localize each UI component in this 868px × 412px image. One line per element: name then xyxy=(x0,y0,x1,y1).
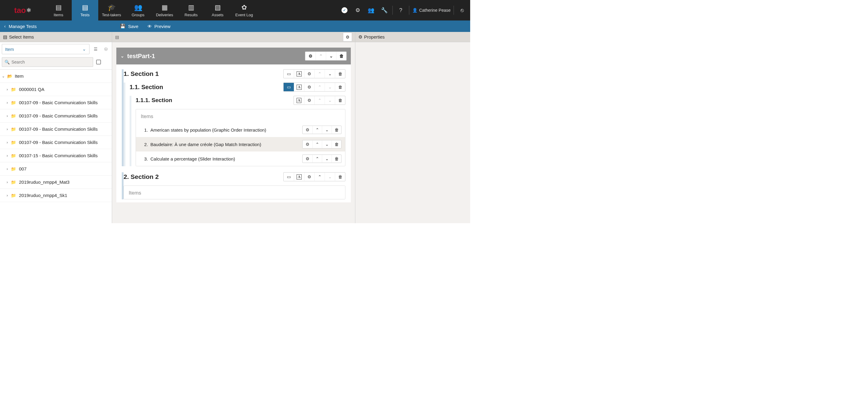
item-number: 3. xyxy=(142,156,148,162)
nav-event-log[interactable]: ✿Event Log xyxy=(231,0,257,21)
preview-button[interactable]: 👁Preview xyxy=(147,24,170,29)
nav-tests[interactable]: ▤Tests xyxy=(72,0,98,21)
tree-folder[interactable]: ›📁00107-09 - Basic Communication Skills xyxy=(0,136,112,149)
settings-icon[interactable]: ⚙ xyxy=(352,5,363,15)
sync-status-icon[interactable]: ✓ xyxy=(339,5,350,15)
item-move-down-button[interactable]: ⌄ xyxy=(322,155,332,163)
item-move-down-button[interactable]: ⌄ xyxy=(322,126,332,134)
folder-icon: 📁 xyxy=(11,193,16,198)
move-up-button[interactable]: ⌃ xyxy=(314,173,324,181)
part-move-up-button[interactable]: ⌃ xyxy=(315,52,326,60)
chevron-down-icon: ⌄ xyxy=(82,46,86,52)
back-chevron-icon: ‹ xyxy=(4,24,6,29)
save-button[interactable]: 💾Save xyxy=(120,24,138,29)
users-icon[interactable]: 👥 xyxy=(366,5,376,15)
tests-icon: ▤ xyxy=(82,4,88,11)
user-menu[interactable]: 👤Catherine Pease xyxy=(412,8,451,13)
section-1-1-title[interactable]: 1.1. Section xyxy=(130,84,280,91)
item-delete-button[interactable]: 🗑 xyxy=(332,155,341,163)
delete-button[interactable]: 🗑 xyxy=(335,83,345,91)
move-down-button[interactable]: ⌄ xyxy=(324,96,335,104)
folder-label: 00107-09 - Basic Communication Skills xyxy=(19,113,98,118)
nav-items[interactable]: ▤Items xyxy=(45,0,72,21)
section-1-1-1-title[interactable]: 1.1.1. Section xyxy=(135,97,290,104)
nav-assets[interactable]: ▧Assets xyxy=(204,0,231,21)
test-item-row[interactable]: 1.American states by population (Graphic… xyxy=(136,123,345,137)
tree-folder[interactable]: ›📁0000001 QA xyxy=(0,83,112,96)
logout-icon[interactable]: ⎋ xyxy=(457,5,467,15)
item-move-down-button[interactable]: ⌄ xyxy=(322,140,332,148)
authoring-area: ▤ ⚙ ⌄ testPart-1 ⚙ ⌃ ⌄ 🗑 xyxy=(112,32,355,223)
item-delete-button[interactable]: 🗑 xyxy=(332,126,341,134)
text-button[interactable]: A xyxy=(294,96,304,104)
chevron-right-icon: › xyxy=(7,114,8,118)
tools-icon[interactable]: 🔧 xyxy=(379,5,390,15)
move-up-button[interactable]: ⌃ xyxy=(314,96,324,104)
chevron-right-icon: › xyxy=(7,167,8,171)
rubric-button[interactable]: ▭ xyxy=(284,173,294,181)
item-label: Calculate a percentage (Slider Interacti… xyxy=(150,156,302,162)
tree-folder[interactable]: ›📁00107-09 - Basic Communication Skills xyxy=(0,96,112,109)
item-move-up-button[interactable]: ⌃ xyxy=(312,140,322,148)
delete-button[interactable]: 🗑 xyxy=(335,173,345,181)
tree-folder[interactable]: ›📁007 xyxy=(0,162,112,176)
tree-folder[interactable]: ›📁2019ruduo_nmpp4_Sk1 xyxy=(0,189,112,202)
item-settings-button[interactable]: ⚙ xyxy=(303,140,312,148)
part-move-down-button[interactable]: ⌄ xyxy=(326,52,336,60)
chevron-down-icon: ⌄ xyxy=(121,54,124,59)
folder-icon: 📁 xyxy=(11,127,16,132)
nav-groups[interactable]: 👥Groups xyxy=(125,0,151,21)
folder-label: 00107-09 - Basic Communication Skills xyxy=(19,127,98,132)
folder-label: 2019ruduo_nmpp4_Sk1 xyxy=(19,193,67,198)
test-item-row[interactable]: 2.Baudelaire: À une dame créole (Gap Mat… xyxy=(136,137,345,151)
text-button[interactable]: A xyxy=(294,70,304,78)
text-button[interactable]: A xyxy=(294,173,304,181)
move-down-button[interactable]: ⌄ xyxy=(324,70,335,78)
tree-folder[interactable]: ›📁2019ruduo_nmpp4_Mat3 xyxy=(0,176,112,189)
text-button[interactable]: A xyxy=(294,83,304,91)
preview-icon: 👁 xyxy=(147,24,152,29)
rubric-button[interactable]: ▭ xyxy=(284,83,294,91)
tree-folder[interactable]: ›📁00107-15 - Basic Communication Skills xyxy=(0,149,112,162)
tree-folder[interactable]: ›📁00107-09 - Basic Communication Skills xyxy=(0,109,112,123)
move-down-button[interactable]: ⌄ xyxy=(324,173,335,181)
test-item-row[interactable]: 3.Calculate a percentage (Slider Interac… xyxy=(136,151,345,166)
class-select[interactable]: Item ⌄ xyxy=(2,44,90,54)
folder-icon: 📁 xyxy=(11,180,16,184)
move-up-button[interactable]: ⌃ xyxy=(314,70,324,78)
tree-view-button[interactable]: ⦾ xyxy=(101,45,110,53)
item-settings-button[interactable]: ⚙ xyxy=(303,155,312,163)
manage-tests-link[interactable]: Manage Tests xyxy=(9,24,37,29)
chevron-right-icon: › xyxy=(7,87,8,92)
search-input[interactable] xyxy=(11,60,90,64)
rubric-button[interactable]: ▭ xyxy=(284,70,294,78)
tree-folder[interactable]: ›📁00107-09 - Basic Communication Skills xyxy=(0,123,112,136)
item-move-up-button[interactable]: ⌃ xyxy=(312,155,322,163)
folder-label: 0000001 QA xyxy=(19,87,44,92)
section-settings-button[interactable]: ⚙ xyxy=(304,83,314,91)
delete-button[interactable]: 🗑 xyxy=(335,96,345,104)
testpart-header[interactable]: ⌄ testPart-1 ⚙ ⌃ ⌄ 🗑 xyxy=(116,47,351,64)
move-down-button[interactable]: ⌄ xyxy=(324,83,335,91)
nav-results[interactable]: ▥Results xyxy=(178,0,204,21)
nav-test-takers[interactable]: 🎓Test-takers xyxy=(98,0,125,21)
section-2-title[interactable]: 2. Section 2 xyxy=(124,173,280,180)
select-all-checkbox[interactable] xyxy=(96,60,101,64)
user-icon: 👤 xyxy=(412,8,417,13)
section-settings-button[interactable]: ⚙ xyxy=(304,96,314,104)
test-settings-button[interactable]: ⚙ xyxy=(343,33,352,41)
help-icon[interactable]: ? xyxy=(396,5,406,15)
nav-deliveries[interactable]: ▦Deliveries xyxy=(151,0,178,21)
delete-button[interactable]: 🗑 xyxy=(335,70,345,78)
item-settings-button[interactable]: ⚙ xyxy=(303,126,312,134)
section-settings-button[interactable]: ⚙ xyxy=(304,173,314,181)
section-settings-button[interactable]: ⚙ xyxy=(304,70,314,78)
list-view-button[interactable]: ☰ xyxy=(91,45,100,53)
tree-root[interactable]: ⌄ 📂 Item xyxy=(0,70,112,83)
move-up-button[interactable]: ⌃ xyxy=(314,83,324,91)
part-delete-button[interactable]: 🗑 xyxy=(336,52,346,60)
part-settings-button[interactable]: ⚙ xyxy=(305,52,315,60)
item-move-up-button[interactable]: ⌃ xyxy=(312,126,322,134)
item-delete-button[interactable]: 🗑 xyxy=(332,140,341,148)
section-1-title[interactable]: 1. Section 1 xyxy=(124,70,280,77)
